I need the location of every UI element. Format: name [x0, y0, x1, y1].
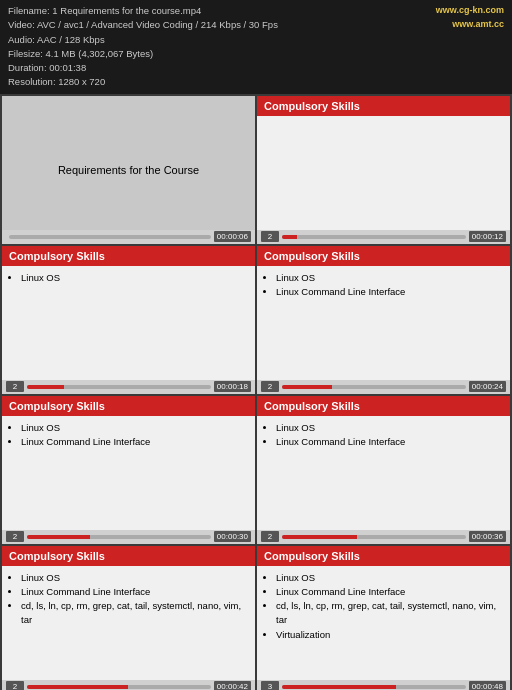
duration-value: 00:01:38 — [49, 62, 86, 73]
thumb-footer-3: 200:00:18 — [2, 380, 255, 394]
thumb-footer-6: 200:00:36 — [257, 530, 510, 544]
resolution-row: Resolution: 1280 x 720 — [8, 75, 436, 89]
frame-number: 2 — [261, 531, 279, 542]
thumbnail-grid: Requirements for the Course00:00:06Compu… — [0, 94, 512, 691]
thumb-footer: 00:00:06 — [2, 230, 255, 244]
filename-row: Filename: 1 Requirements for the course.… — [8, 4, 436, 18]
frame-number: 2 — [6, 381, 24, 392]
thumb-footer-7: 200:00:42 — [2, 680, 255, 691]
thumb-footer-2: 200:00:12 — [257, 230, 510, 244]
timecode: 00:00:12 — [469, 231, 506, 242]
timecode: 00:00:06 — [214, 231, 251, 242]
bullet-item: Linux OS — [21, 421, 248, 435]
filesize-label: Filesize: — [8, 48, 43, 59]
file-info: Filename: 1 Requirements for the course.… — [8, 4, 436, 90]
thumbnail-8: Compulsory SkillsLinux OSLinux Command L… — [257, 546, 510, 691]
thumbnail-7: Compulsory SkillsLinux OSLinux Command L… — [2, 546, 255, 691]
bullet-item: Linux OS — [21, 271, 248, 285]
thumb-footer-5: 200:00:30 — [2, 530, 255, 544]
bullet-item: Linux OS — [21, 571, 248, 585]
bullet-item: Linux Command Line Interface — [276, 285, 503, 299]
requirements-banner: Requirements for the Course — [58, 164, 199, 176]
thumb-body-7: Linux OSLinux Command Line Interfacecd, … — [2, 566, 255, 680]
thumbnail-4: Compulsory SkillsLinux OSLinux Command L… — [257, 246, 510, 394]
thumb-footer-8: 300:00:48 — [257, 680, 510, 691]
thumb-body-4: Linux OSLinux Command Line Interface — [257, 266, 510, 380]
thumb-body-5: Linux OSLinux Command Line Interface — [2, 416, 255, 530]
thumb-body-8: Linux OSLinux Command Line Interfacecd, … — [257, 566, 510, 680]
thumb-header-2: Compulsory Skills — [257, 96, 510, 116]
bullet-item: Linux OS — [276, 571, 503, 585]
bullet-item: Linux Command Line Interface — [276, 585, 503, 599]
thumb-body-2 — [257, 116, 510, 230]
resolution-label: Resolution: — [8, 76, 56, 87]
thumb-header-7: Compulsory Skills — [2, 546, 255, 566]
thumb-footer-4: 200:00:24 — [257, 380, 510, 394]
duration-row: Duration: 00:01:38 — [8, 61, 436, 75]
timecode: 00:00:42 — [214, 681, 251, 690]
video-value: AVC / avc1 / Advanced Video Coding / 214… — [37, 19, 278, 30]
info-bar: Filename: 1 Requirements for the course.… — [0, 0, 512, 94]
duration-label: Duration: — [8, 62, 47, 73]
timecode: 00:00:18 — [214, 381, 251, 392]
frame-number: 2 — [261, 231, 279, 242]
bullet-item: Linux Command Line Interface — [21, 585, 248, 599]
thumb-header-4: Compulsory Skills — [257, 246, 510, 266]
bullet-item: cd, ls, ln, cp, rm, grep, cat, tail, sys… — [276, 599, 503, 628]
thumb-body-6: Linux OSLinux Command Line Interface — [257, 416, 510, 530]
frame-number: 2 — [6, 531, 24, 542]
audio-value: AAC / 128 Kbps — [37, 34, 105, 45]
bullet-item: Linux Command Line Interface — [276, 435, 503, 449]
thumb-header-5: Compulsory Skills — [2, 396, 255, 416]
logo-area: www.cg-kn.com www.amt.cc — [436, 4, 504, 90]
bullet-item: Linux OS — [276, 421, 503, 435]
timecode: 00:00:24 — [469, 381, 506, 392]
filesize-value: 4.1 MB (4,302,067 Bytes) — [45, 48, 153, 59]
video-label: Video: — [8, 19, 35, 30]
thumbnail-2: Compulsory Skills200:00:12 — [257, 96, 510, 244]
filesize-row: Filesize: 4.1 MB (4,302,067 Bytes) — [8, 47, 436, 61]
filename-value: 1 Requirements for the course.mp4 — [52, 5, 201, 16]
logo-line1: www.cg-kn.com — [436, 4, 504, 18]
thumb-body-3: Linux OS — [2, 266, 255, 380]
thumb-header-8: Compulsory Skills — [257, 546, 510, 566]
frame-number: 3 — [261, 681, 279, 690]
bullet-item: cd, ls, ln, cp, rm, grep, cat, tail, sys… — [21, 599, 248, 628]
bullet-item: Linux Command Line Interface — [21, 435, 248, 449]
logo-line2: www.amt.cc — [436, 18, 504, 32]
frame-number: 2 — [261, 381, 279, 392]
frame-number: 2 — [6, 681, 24, 690]
video-row: Video: AVC / avc1 / Advanced Video Codin… — [8, 18, 436, 32]
audio-row: Audio: AAC / 128 Kbps — [8, 33, 436, 47]
thumb-header-3: Compulsory Skills — [2, 246, 255, 266]
bullet-item: Linux OS — [276, 271, 503, 285]
thumbnail-6: Compulsory SkillsLinux OSLinux Command L… — [257, 396, 510, 544]
timecode: 00:00:36 — [469, 531, 506, 542]
filename-label: Filename: — [8, 5, 50, 16]
thumbnail-3: Compulsory SkillsLinux OS200:00:18 — [2, 246, 255, 394]
thumbnail-1: Requirements for the Course00:00:06 — [2, 96, 255, 244]
thumbnail-5: Compulsory SkillsLinux OSLinux Command L… — [2, 396, 255, 544]
bullet-item: Virtualization — [276, 628, 503, 642]
resolution-value: 1280 x 720 — [58, 76, 105, 87]
timecode: 00:00:30 — [214, 531, 251, 542]
thumb-header-6: Compulsory Skills — [257, 396, 510, 416]
timecode: 00:00:48 — [469, 681, 506, 690]
audio-label: Audio: — [8, 34, 35, 45]
